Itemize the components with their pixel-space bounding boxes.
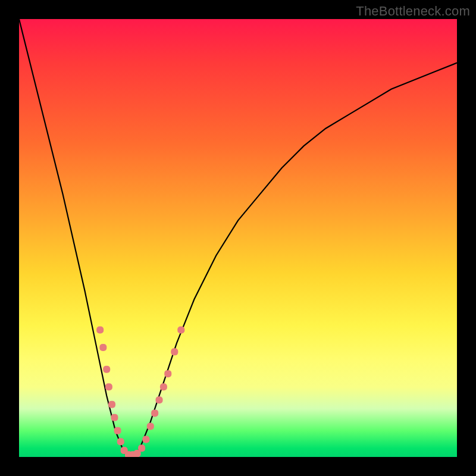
marker-dot (103, 366, 110, 373)
marker-dot (177, 327, 184, 334)
curve-line (19, 19, 457, 457)
marker-dot (96, 327, 104, 334)
bottleneck-curve (19, 19, 457, 457)
marker-dot (151, 409, 158, 416)
plot-area (19, 19, 457, 457)
marker-dot (138, 444, 145, 452)
marker-dot (117, 438, 124, 445)
marker-dot (114, 427, 121, 434)
marker-dot (171, 348, 178, 355)
attribution-text: TheBottleneck.com (356, 4, 470, 19)
chart-svg (19, 19, 457, 457)
marker-dot (105, 383, 112, 390)
highlighted-points (96, 327, 184, 457)
marker-dot (147, 422, 154, 430)
marker-dot (142, 436, 149, 443)
marker-dot (156, 396, 163, 403)
chart-frame: TheBottleneck.com (0, 0, 476, 476)
marker-dot (108, 401, 115, 408)
marker-dot (160, 383, 167, 390)
marker-dot (164, 370, 171, 377)
marker-dot (111, 414, 118, 421)
marker-dot (99, 344, 107, 351)
